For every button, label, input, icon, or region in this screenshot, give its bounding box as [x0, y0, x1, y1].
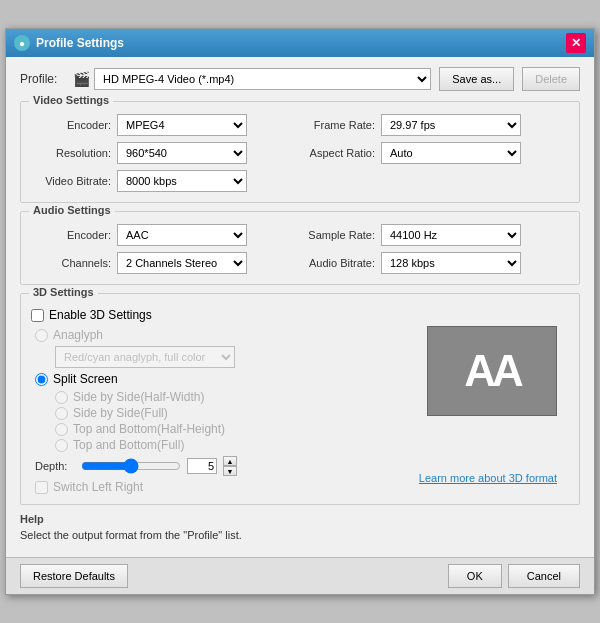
video-right: Frame Rate: 29.97 fps Aspect Ratio: Auto: [305, 114, 569, 192]
sub-opt-label-2: Top and Bottom(Half-Height): [73, 422, 225, 436]
sub-opt-radio-1[interactable]: [55, 407, 68, 420]
profile-label: Profile:: [20, 72, 65, 86]
depth-spinner: ▲ ▼: [223, 456, 237, 476]
film-icon: 🎬: [73, 71, 90, 87]
sub-opt-label-3: Top and Bottom(Full): [73, 438, 184, 452]
split-screen-radio[interactable]: [35, 373, 48, 386]
depth-input[interactable]: [187, 458, 217, 474]
video-bitrate-select[interactable]: 8000 kbps: [117, 170, 247, 192]
profile-settings-dialog: ● Profile Settings ✕ Profile: 🎬 HD MPEG-…: [5, 28, 595, 595]
encoder-label: Encoder:: [31, 119, 111, 131]
channels-select[interactable]: 2 Channels Stereo: [117, 252, 247, 274]
sub-opt-radio-3[interactable]: [55, 439, 68, 452]
3d-preview-box: AA: [427, 326, 557, 416]
video-section-title: Video Settings: [29, 94, 113, 106]
anaglyph-select[interactable]: Red/cyan anaglyph, full color: [55, 346, 235, 368]
video-bitrate-row: Video Bitrate: 8000 kbps: [31, 170, 295, 192]
video-bitrate-label: Video Bitrate:: [31, 175, 111, 187]
profile-select-wrap: 🎬 HD MPEG-4 Video (*.mp4): [73, 68, 431, 90]
depth-label: Depth:: [35, 460, 75, 472]
ok-button[interactable]: OK: [448, 564, 502, 588]
restore-defaults-button[interactable]: Restore Defaults: [20, 564, 128, 588]
depth-down-button[interactable]: ▼: [223, 466, 237, 476]
frame-rate-label: Frame Rate:: [305, 119, 375, 131]
dialog-title: Profile Settings: [36, 36, 124, 50]
audio-bitrate-row: Audio Bitrate: 128 kbps: [305, 252, 569, 274]
depth-up-button[interactable]: ▲: [223, 456, 237, 466]
audio-form-grid: Encoder: AAC Channels: 2 Channels Stereo: [31, 224, 569, 274]
3d-inner: Enable 3D Settings Anaglyph Red/cyan ana…: [31, 308, 569, 494]
learn-more-link[interactable]: Learn more about 3D format: [419, 472, 557, 484]
channels-row: Channels: 2 Channels Stereo: [31, 252, 295, 274]
frame-rate-select[interactable]: 29.97 fps: [381, 114, 521, 136]
preview-text: AA: [464, 346, 520, 396]
frame-rate-row: Frame Rate: 29.97 fps: [305, 114, 569, 136]
enable-3d-row: Enable 3D Settings: [31, 308, 569, 322]
aspect-ratio-select[interactable]: Auto: [381, 142, 521, 164]
audio-encoder-label: Encoder:: [31, 229, 111, 241]
sample-rate-label: Sample Rate:: [305, 229, 375, 241]
sub-opt-label-0: Side by Side(Half-Width): [73, 390, 204, 404]
enable-3d-label: Enable 3D Settings: [49, 308, 152, 322]
encoder-row: Encoder: MPEG4: [31, 114, 295, 136]
profile-select[interactable]: HD MPEG-4 Video (*.mp4): [94, 68, 431, 90]
sample-rate-select[interactable]: 44100 Hz: [381, 224, 521, 246]
help-title: Help: [20, 513, 580, 525]
switch-left-right-checkbox[interactable]: [35, 481, 48, 494]
help-text: Select the output format from the "Profi…: [20, 529, 580, 541]
audio-encoder-select[interactable]: AAC: [117, 224, 247, 246]
channels-label: Channels:: [31, 257, 111, 269]
sub-opt-2: Top and Bottom(Half-Height): [55, 422, 569, 436]
bottom-right-buttons: OK Cancel: [448, 564, 580, 588]
title-bar: ● Profile Settings ✕: [6, 29, 594, 57]
dialog-content: Profile: 🎬 HD MPEG-4 Video (*.mp4) Save …: [6, 57, 594, 557]
video-settings-section: Video Settings Encoder: MPEG4 Resolution…: [20, 101, 580, 203]
close-button[interactable]: ✕: [566, 33, 586, 53]
audio-left: Encoder: AAC Channels: 2 Channels Stereo: [31, 224, 295, 274]
encoder-select[interactable]: MPEG4: [117, 114, 247, 136]
resolution-label: Resolution:: [31, 147, 111, 159]
audio-settings-section: Audio Settings Encoder: AAC Channels: 2 …: [20, 211, 580, 285]
audio-bitrate-select[interactable]: 128 kbps: [381, 252, 521, 274]
bottom-bar: Restore Defaults OK Cancel: [6, 557, 594, 594]
resolution-select[interactable]: 960*540: [117, 142, 247, 164]
sub-opt-radio-0[interactable]: [55, 391, 68, 404]
depth-slider[interactable]: [81, 459, 181, 473]
profile-row: Profile: 🎬 HD MPEG-4 Video (*.mp4) Save …: [20, 67, 580, 91]
sample-rate-row: Sample Rate: 44100 Hz: [305, 224, 569, 246]
audio-section-title: Audio Settings: [29, 204, 115, 216]
sub-opt-radio-2[interactable]: [55, 423, 68, 436]
aspect-ratio-label: Aspect Ratio:: [305, 147, 375, 159]
split-screen-label: Split Screen: [53, 372, 118, 386]
switch-left-right-label: Switch Left Right: [53, 480, 143, 494]
cancel-button[interactable]: Cancel: [508, 564, 580, 588]
save-as-button[interactable]: Save as...: [439, 67, 514, 91]
aspect-ratio-row: Aspect Ratio: Auto: [305, 142, 569, 164]
3d-settings-section: 3D Settings Enable 3D Settings Anaglyph …: [20, 293, 580, 505]
3d-section-title: 3D Settings: [29, 286, 98, 298]
app-icon: ●: [14, 35, 30, 51]
audio-right: Sample Rate: 44100 Hz Audio Bitrate: 128…: [305, 224, 569, 274]
video-form-grid: Encoder: MPEG4 Resolution: 960*540 Video…: [31, 114, 569, 192]
enable-3d-checkbox[interactable]: [31, 309, 44, 322]
title-bar-left: ● Profile Settings: [14, 35, 124, 51]
sub-opt-3: Top and Bottom(Full): [55, 438, 569, 452]
video-left: Encoder: MPEG4 Resolution: 960*540 Video…: [31, 114, 295, 192]
resolution-row: Resolution: 960*540: [31, 142, 295, 164]
audio-bitrate-label: Audio Bitrate:: [305, 257, 375, 269]
sub-opt-label-1: Side by Side(Full): [73, 406, 168, 420]
anaglyph-radio[interactable]: [35, 329, 48, 342]
audio-encoder-row: Encoder: AAC: [31, 224, 295, 246]
anaglyph-label: Anaglyph: [53, 328, 103, 342]
help-section: Help Select the output format from the "…: [20, 513, 580, 541]
delete-button[interactable]: Delete: [522, 67, 580, 91]
